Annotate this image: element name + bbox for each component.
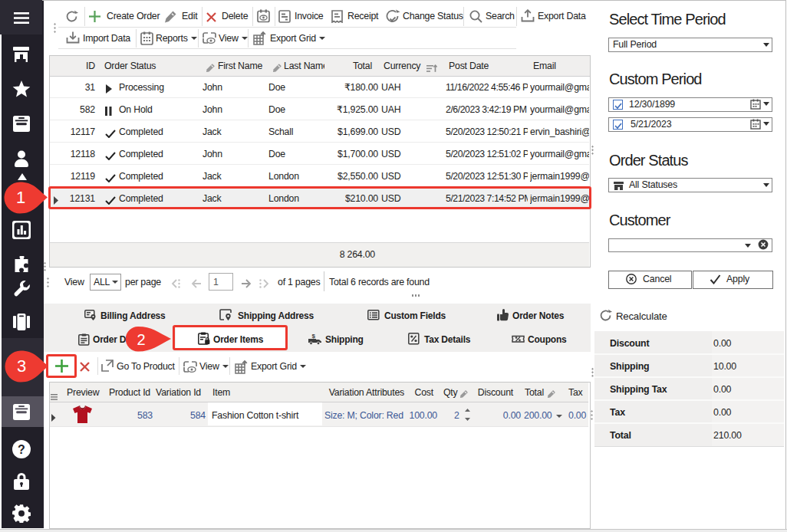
svg-text:$: $ [312, 333, 316, 340]
svg-text:?: ? [18, 443, 25, 456]
